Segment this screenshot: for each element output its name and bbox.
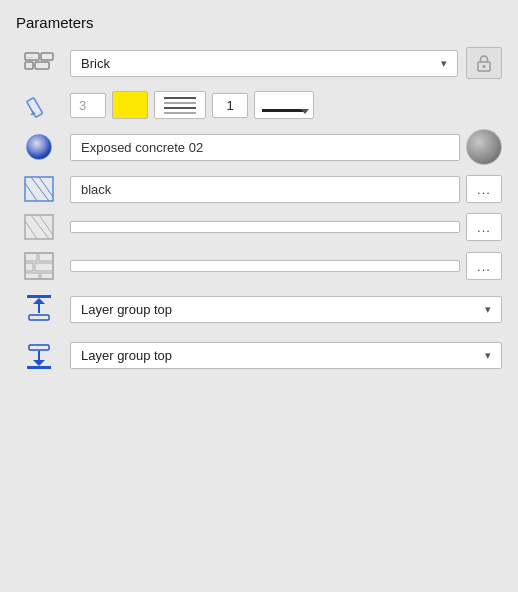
svg-rect-24 (35, 263, 53, 271)
material-dropdown-container: Brick ▾ (70, 50, 458, 77)
grid-pattern-icon (23, 251, 55, 281)
parameters-panel: Parameters Brick ▾ (0, 0, 518, 403)
layer-top-icon-cell (16, 291, 62, 327)
surface-icon-cell (16, 131, 62, 163)
layer-group-top-dropdown1[interactable]: Layer group top ▾ (70, 296, 502, 323)
hatch-icon-cell (16, 175, 62, 203)
number-field[interactable]: 3 (70, 93, 106, 118)
layer-group-bottom-icon (23, 337, 55, 373)
surface-material-row: Exposed concrete 02 (16, 129, 502, 165)
ellipsis-label: ... (477, 182, 491, 197)
svg-rect-31 (27, 366, 51, 369)
color-swatch[interactable] (112, 91, 148, 119)
properties-content: 3 1 (70, 91, 502, 119)
pen-icon-cell (16, 91, 62, 119)
svg-rect-4 (27, 57, 33, 58)
grid-row: ... (16, 251, 502, 281)
layer-group-top-row2: Layer group top ▾ (16, 337, 502, 373)
svg-rect-1 (41, 53, 53, 60)
svg-line-15 (39, 177, 53, 197)
hatch2-ellipsis-button[interactable]: ... (466, 213, 502, 241)
pattern-lines-icon (164, 97, 196, 114)
layer-group-top-content1: Layer group top ▾ (70, 296, 502, 323)
grid-ellipsis-button[interactable]: ... (466, 252, 502, 280)
svg-point-6 (483, 65, 486, 68)
properties-row: 3 1 (16, 91, 502, 119)
surface-material-content: Exposed concrete 02 (70, 129, 502, 165)
pattern-button[interactable] (154, 91, 206, 119)
lock-button[interactable] (466, 47, 502, 79)
surface-material-icon (23, 131, 55, 163)
chevron-down-icon: ▾ (485, 303, 491, 316)
svg-rect-26 (41, 273, 53, 279)
layer-group-top-row1: Layer group top ▾ (16, 291, 502, 327)
ellipsis3-label: ... (477, 259, 491, 274)
material-row: Brick ▾ (16, 45, 502, 81)
svg-point-11 (27, 135, 51, 159)
number-value: 3 (79, 98, 86, 113)
material-preview-button[interactable] (466, 129, 502, 165)
svg-rect-0 (25, 53, 39, 60)
layer-group-top-dropdown2[interactable]: Layer group top ▾ (70, 342, 502, 369)
svg-marker-30 (33, 298, 45, 304)
svg-rect-25 (25, 273, 39, 279)
svg-marker-34 (33, 360, 45, 366)
layer-group-top-content2: Layer group top ▾ (70, 342, 502, 369)
chevron-down-icon: ▾ (441, 57, 447, 70)
svg-rect-7 (27, 98, 43, 118)
hatch2-field[interactable] (70, 221, 460, 233)
surface-material-field[interactable]: Exposed concrete 02 (70, 134, 460, 161)
number2-value: 1 (226, 98, 233, 113)
layer-group-top-value2: Layer group top (81, 348, 172, 363)
grid-content: ... (70, 252, 502, 280)
color-row: black ... (16, 175, 502, 203)
grid-icon-cell (16, 251, 62, 281)
material-icon-cell (16, 45, 62, 81)
svg-rect-3 (35, 62, 49, 69)
svg-rect-27 (27, 295, 51, 298)
line-weight-selector[interactable] (254, 91, 314, 119)
hatch2-content: ... (70, 213, 502, 241)
layer-group-top-icon (23, 291, 55, 327)
color-ellipsis-button[interactable]: ... (466, 175, 502, 203)
svg-rect-2 (25, 62, 33, 69)
line-weight-preview (262, 109, 306, 112)
svg-rect-28 (29, 315, 49, 320)
material-dropdown[interactable]: Brick ▾ (70, 50, 458, 77)
hatch-pattern-icon (23, 175, 55, 203)
grid-field[interactable] (70, 260, 460, 272)
layer-group-top-value1: Layer group top (81, 302, 172, 317)
svg-line-17 (25, 221, 37, 239)
ellipsis2-label: ... (477, 220, 491, 235)
svg-rect-23 (25, 263, 33, 271)
page-title: Parameters (16, 14, 502, 31)
svg-rect-32 (29, 345, 49, 350)
hatch2-pattern-icon (23, 213, 55, 241)
layer-bottom-icon-cell (16, 337, 62, 373)
svg-rect-21 (25, 253, 37, 261)
svg-line-13 (25, 183, 37, 201)
svg-line-19 (39, 215, 53, 235)
svg-line-14 (31, 177, 49, 201)
surface-material-value: Exposed concrete 02 (81, 140, 203, 155)
chevron-down-icon (301, 109, 309, 114)
color-field[interactable]: black (70, 176, 460, 203)
hatch2-icon-cell (16, 213, 62, 241)
number-input[interactable]: 1 (212, 93, 248, 118)
brick-icon (21, 45, 57, 81)
chevron-down-icon: ▾ (485, 349, 491, 362)
color-value: black (81, 182, 111, 197)
edit-icon (25, 91, 53, 119)
color-content: black ... (70, 175, 502, 203)
lock-icon (475, 53, 493, 73)
hatch2-row: ... (16, 213, 502, 241)
material-dropdown-value: Brick (81, 56, 110, 71)
svg-line-18 (31, 215, 49, 239)
svg-rect-22 (39, 253, 53, 261)
